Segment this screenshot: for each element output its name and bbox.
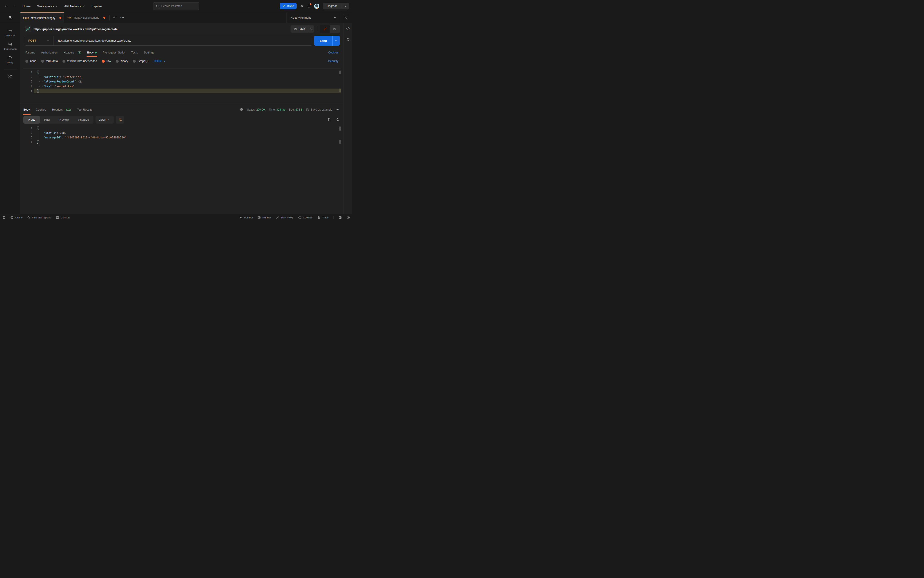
runner-button[interactable]: Runner: [258, 216, 271, 219]
tab-authorization[interactable]: Authorization: [41, 48, 58, 57]
mode-binary[interactable]: binary: [116, 60, 128, 63]
tab-settings[interactable]: Settings: [144, 48, 154, 57]
code-line[interactable]: 3····"allowedReaderCount":·2,: [23, 80, 340, 84]
edit-documentation-button[interactable]: [320, 25, 330, 33]
search-input[interactable]: Search Postman: [153, 2, 199, 10]
method-select[interactable]: POST: [25, 36, 53, 45]
request-tab-2[interactable]: POST https://jupiter.sunghy: [64, 12, 108, 23]
code-line[interactable]: 3 "messageId": "ff247399-8310-4406-8dba-…: [23, 135, 340, 140]
tab-params[interactable]: Params: [25, 48, 35, 57]
nav-api-network[interactable]: API Network: [64, 5, 85, 8]
tab-headers[interactable]: Headers (8): [63, 48, 81, 57]
profile-person-icon[interactable]: [0, 12, 20, 23]
mode-form-data[interactable]: form-data: [41, 60, 58, 63]
comments-button[interactable]: [330, 25, 340, 33]
tab-tests[interactable]: Tests: [131, 48, 138, 57]
line-number: 2: [23, 131, 32, 135]
start-proxy-button[interactable]: Start Proxy: [276, 216, 293, 219]
response-scrollbar[interactable]: [339, 126, 340, 214]
status-badge[interactable]: Status:200 OK: [247, 108, 265, 111]
response-language-select[interactable]: JSON: [96, 116, 114, 123]
chevron-down-icon[interactable]: [342, 4, 349, 8]
time-badge[interactable]: Time:328 ms: [269, 108, 285, 111]
cookies-button[interactable]: Cookies: [298, 216, 312, 219]
size-badge[interactable]: Size:673 B: [289, 108, 302, 111]
postbot-button[interactable]: Postbot: [239, 216, 253, 219]
save-button[interactable]: Save: [290, 25, 308, 32]
scrollbar-thumb[interactable]: [339, 127, 340, 131]
request-tab-1[interactable]: POST https://jupiter.sunghy: [21, 12, 64, 23]
code-line[interactable]: 4····"key":·"secret·key": [23, 84, 340, 89]
mode-none[interactable]: none: [25, 60, 36, 63]
send-options-chevron[interactable]: [332, 36, 340, 45]
search-icon: [156, 5, 159, 8]
invite-button[interactable]: Invite: [280, 3, 297, 9]
new-tab-plus-icon[interactable]: [110, 12, 118, 23]
code-line[interactable]: 2····"writerId":·"writer·id",: [23, 75, 340, 80]
upgrade-button[interactable]: Upgrade: [323, 3, 349, 10]
save-as-example-button[interactable]: Save as example: [306, 108, 332, 111]
help-icon[interactable]: [347, 216, 350, 219]
notifications-bell-icon[interactable]: [307, 4, 311, 8]
toggle-two-pane-button[interactable]: [339, 216, 342, 219]
wrap-lines-button[interactable]: [116, 116, 124, 123]
response-options-ellipsis-icon[interactable]: •••: [336, 108, 340, 111]
mode-graphql[interactable]: GraphQL: [133, 60, 149, 63]
back-icon[interactable]: [3, 3, 10, 9]
code-line[interactable]: 4}: [23, 140, 340, 145]
cookies-link[interactable]: Cookies: [328, 51, 339, 54]
toggle-sidebar-button[interactable]: [2, 216, 6, 219]
response-tab-test-results[interactable]: Test Results: [77, 104, 92, 115]
mode-raw[interactable]: raw: [102, 60, 111, 63]
find-and-replace-button[interactable]: Find and replace: [27, 216, 51, 219]
sidebar-item-collections[interactable]: Collections: [5, 29, 15, 37]
editor-scrollbar[interactable]: [339, 69, 340, 103]
view-pretty[interactable]: Pretty: [23, 116, 40, 123]
avatar[interactable]: [314, 3, 319, 9]
scrollbar-mark: [339, 140, 340, 144]
network-globe-icon[interactable]: [240, 108, 243, 112]
response-tab-body[interactable]: Body: [23, 104, 30, 115]
trash-button[interactable]: Trash: [317, 216, 329, 219]
code-line[interactable]: 1{: [23, 70, 340, 75]
mode-x-www-form-urlencoded[interactable]: x-www-form-urlencoded: [62, 60, 97, 63]
view-raw[interactable]: Raw: [40, 116, 54, 123]
beautify-link[interactable]: Beautify: [328, 60, 339, 63]
nav-workspaces[interactable]: Workspaces: [37, 5, 58, 8]
chevron-down-icon: [83, 5, 85, 7]
sidebar-item-environments[interactable]: Environments: [3, 42, 17, 50]
view-visualize[interactable]: Visualize: [73, 116, 94, 123]
online-status[interactable]: Online: [10, 216, 23, 219]
console-button[interactable]: Console: [56, 216, 70, 219]
code-line[interactable]: 5}: [23, 89, 340, 93]
url-input[interactable]: [53, 39, 312, 42]
response-body-editor[interactable]: 1{2 "status": 200,3 "messageId": "ff2473…: [23, 126, 340, 214]
environment-selector[interactable]: No Environment: [287, 12, 340, 23]
nav-explore[interactable]: Explore: [91, 5, 102, 8]
scrollbar-thumb[interactable]: [339, 71, 340, 74]
request-body-editor[interactable]: 1{2····"writerId":·"writer·id",3····"all…: [23, 68, 340, 103]
response-tab-cookies[interactable]: Cookies: [36, 104, 46, 115]
unsaved-dot: [103, 17, 105, 19]
settings-gear-icon[interactable]: [300, 4, 304, 8]
sidebar-item-history[interactable]: History: [7, 56, 13, 63]
configure-sidebar-grid-icon[interactable]: [8, 75, 12, 78]
response-tab-headers[interactable]: Headers (11): [52, 104, 71, 115]
tab-options-ellipsis-icon[interactable]: •••: [118, 12, 127, 23]
copy-icon[interactable]: [327, 118, 331, 122]
code-line[interactable]: 1{: [23, 126, 340, 131]
response-toolbar: Pretty Raw Preview Visualize JSON: [21, 115, 344, 125]
send-button[interactable]: Send: [314, 36, 340, 45]
nav-home[interactable]: Home: [23, 5, 31, 8]
language-select[interactable]: JSON: [154, 60, 165, 63]
forward-icon[interactable]: [11, 3, 18, 9]
environment-quick-look-icon[interactable]: [340, 12, 352, 23]
tab-body[interactable]: Body: [87, 48, 97, 57]
code-snippet-icon[interactable]: </>: [346, 27, 350, 30]
search-response-icon[interactable]: [336, 118, 340, 122]
tab-pre-request-script[interactable]: Pre-request Script: [103, 48, 125, 57]
lightbulb-icon[interactable]: [346, 37, 350, 42]
view-preview[interactable]: Preview: [54, 116, 73, 123]
save-options-chevron[interactable]: [308, 25, 314, 32]
code-line[interactable]: 2 "status": 200,: [23, 131, 340, 135]
